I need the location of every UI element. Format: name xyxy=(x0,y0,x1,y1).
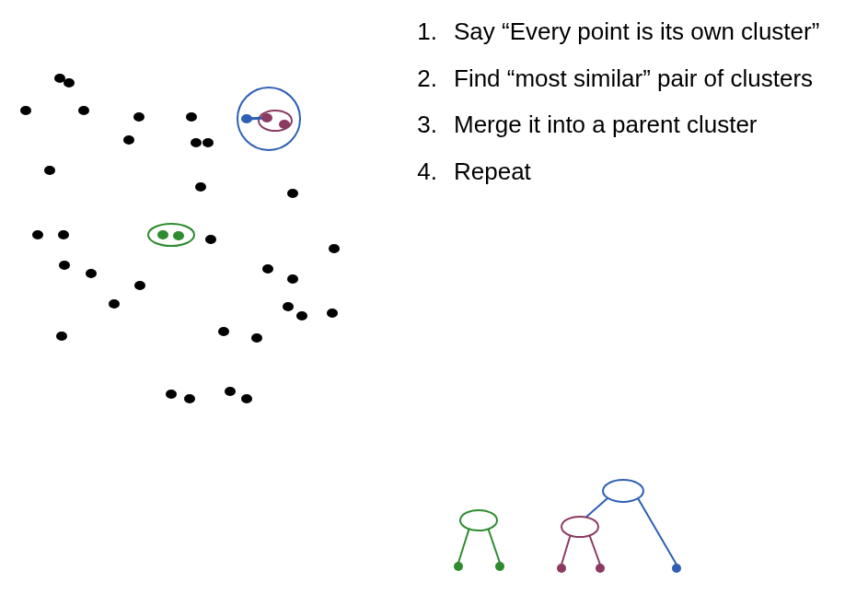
blue-branch-left xyxy=(584,498,608,519)
blue-dendrogram xyxy=(557,480,681,573)
step-text: Merge it into a parent cluster xyxy=(454,110,851,140)
black-point-19 xyxy=(262,264,273,274)
purple-leaf-1 xyxy=(596,564,605,573)
green-branch-0 xyxy=(458,528,469,563)
black-point-5 xyxy=(186,112,197,122)
blue-leaf xyxy=(672,564,681,573)
black-point-8 xyxy=(203,138,214,147)
blue-tree-node xyxy=(603,480,643,502)
black-point-12 xyxy=(32,230,43,239)
dendrogram-svg xyxy=(400,465,704,585)
black-point-4 xyxy=(133,112,145,122)
purple-point-0 xyxy=(261,113,272,122)
black-point-9 xyxy=(44,166,55,175)
scatter-plot xyxy=(9,28,377,414)
green-branch-1 xyxy=(488,528,500,563)
black-point-17 xyxy=(86,269,97,278)
black-point-24 xyxy=(327,309,338,318)
step-4: 4. Repeat xyxy=(410,157,851,187)
step-3: 3. Merge it into a parent cluster xyxy=(410,110,851,140)
black-point-6 xyxy=(123,135,134,145)
blue-point xyxy=(241,114,252,123)
step-number: 3. xyxy=(410,110,454,140)
black-point-1 xyxy=(64,78,75,87)
black-point-10 xyxy=(195,182,206,192)
green-point-1 xyxy=(173,231,184,240)
black-point-27 xyxy=(251,333,262,343)
algorithm-steps-list: 1. Say “Every point is its own cluster” … xyxy=(410,17,851,203)
green-cluster xyxy=(148,224,194,246)
dendrogram-trees xyxy=(400,465,704,585)
black-point-14 xyxy=(205,235,216,244)
green-tree-node xyxy=(460,510,497,530)
black-point-23 xyxy=(296,311,307,320)
black-point-28 xyxy=(225,387,236,396)
green-cluster-ellipse xyxy=(148,224,194,246)
step-2: 2. Find “most similar” pair of clusters xyxy=(410,64,851,94)
black-point-31 xyxy=(184,394,195,403)
black-point-16 xyxy=(59,261,70,270)
purple-tree-node xyxy=(561,517,598,537)
step-1: 1. Say “Every point is its own cluster” xyxy=(410,17,851,47)
purple-point-1 xyxy=(279,120,290,129)
black-point-29 xyxy=(241,394,252,403)
black-point-25 xyxy=(56,332,67,341)
green-point-0 xyxy=(157,230,168,239)
scatter-svg xyxy=(9,28,377,414)
black-point-15 xyxy=(329,244,340,253)
black-point-20 xyxy=(287,274,298,284)
black-point-22 xyxy=(283,302,294,311)
black-point-11 xyxy=(287,189,298,198)
green-leaf-0 xyxy=(454,562,463,571)
black-point-13 xyxy=(58,230,69,239)
purple-branch-1 xyxy=(589,534,600,565)
step-number: 4. xyxy=(410,157,454,187)
step-text: Find “most similar” pair of clusters xyxy=(454,64,851,94)
step-text: Repeat xyxy=(454,157,851,187)
black-point-7 xyxy=(191,138,202,147)
green-leaf-1 xyxy=(495,562,504,571)
purple-leaf-0 xyxy=(557,564,566,573)
black-point-18 xyxy=(134,281,145,290)
merged-cluster xyxy=(237,87,300,150)
black-point-21 xyxy=(109,299,120,309)
black-point-2 xyxy=(20,106,31,115)
step-text: Say “Every point is its own cluster” xyxy=(454,17,851,47)
blue-branch-right xyxy=(638,498,677,565)
step-number: 1. xyxy=(410,17,454,47)
black-point-26 xyxy=(218,327,229,336)
step-number: 2. xyxy=(410,64,454,94)
black-point-3 xyxy=(78,106,89,115)
purple-branch-0 xyxy=(561,534,571,565)
green-dendrogram xyxy=(454,510,504,571)
black-point-0 xyxy=(54,74,65,83)
black-point-30 xyxy=(166,390,177,399)
